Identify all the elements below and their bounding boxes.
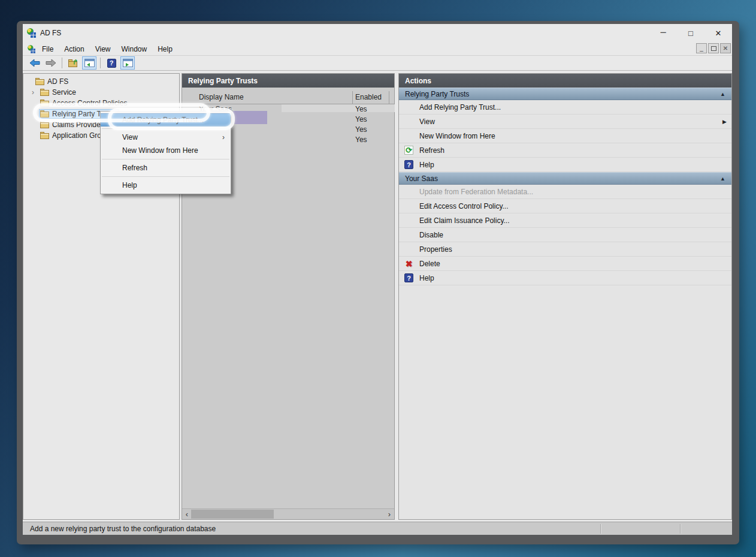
forward-arrow-icon [46, 59, 56, 67]
folder-up-icon: ↱ [68, 59, 78, 67]
column-separator[interactable] [389, 91, 389, 104]
folder-icon [40, 110, 49, 118]
action-delete[interactable]: ✖ Delete [399, 257, 731, 271]
menu-separator [102, 128, 229, 129]
mdi-minimize-button[interactable]: _ [696, 43, 707, 53]
status-bar: Add a new relying party trust to the con… [23, 522, 732, 535]
mdi-close-button[interactable]: ✕ [720, 43, 731, 53]
action-edit-access-control-policy[interactable]: Edit Access Control Policy... [399, 199, 731, 213]
menu-view[interactable]: View [90, 44, 116, 55]
folder-icon [40, 132, 49, 139]
context-menu-view[interactable]: View › [101, 131, 231, 144]
folder-icon [35, 78, 44, 85]
submenu-arrow-icon: ▶ [722, 119, 727, 125]
tree-item-access-control-policies[interactable]: Access Control Policies [23, 98, 179, 109]
menu-help[interactable]: Help [152, 44, 178, 55]
menu-item-label: View [122, 133, 138, 141]
menu-file[interactable]: File [37, 44, 59, 55]
back-button[interactable] [28, 56, 42, 70]
titlebar[interactable]: AD FS ─ □ ✕ [23, 24, 732, 42]
context-menu-new-window-from-here[interactable]: New Window from Here [101, 144, 231, 157]
expand-chevron-icon[interactable]: › [32, 89, 39, 96]
results-pane-title: Relying Party Trusts [182, 74, 394, 88]
action-label: Properties [419, 245, 452, 254]
adfs-window: AD FS ─ □ ✕ File Action View Window Help… [17, 21, 739, 544]
window-client: AD FS ─ □ ✕ File Action View Window Help… [23, 24, 732, 535]
show-console-tree-button[interactable] [82, 56, 96, 70]
actions-pane: Actions Relying Party Trusts ▲ Add Relyi… [398, 73, 732, 520]
action-properties[interactable]: Properties [399, 242, 731, 257]
tree-item-adfs-root[interactable]: AD FS [23, 76, 179, 87]
action-refresh[interactable]: ⟳ Refresh [399, 143, 731, 158]
horizontal-scrollbar[interactable]: ‹ › [182, 508, 394, 519]
close-icon: ✕ [715, 29, 722, 38]
action-pane-icon [123, 59, 133, 67]
action-label: Add Relying Party Trust... [419, 103, 501, 112]
status-divider [600, 524, 601, 534]
toolbar: ↱ ? [23, 56, 732, 71]
tree-item-label: Service [52, 88, 76, 97]
row-enabled: Yes [355, 105, 367, 113]
action-label: Help [419, 274, 434, 282]
context-menu-add-relying-party-trust[interactable]: Add Relying Party Trust... [101, 113, 231, 127]
back-arrow-icon [29, 59, 40, 67]
action-label: New Window from Here [419, 132, 495, 140]
menu-item-label: Add Relying Party Trust... [122, 116, 204, 124]
context-menu-refresh[interactable]: Refresh [101, 161, 231, 174]
up-one-level-button[interactable]: ↱ [66, 56, 80, 70]
scroll-left-arrow-icon[interactable]: ‹ [182, 509, 192, 519]
toolbar-separator [100, 58, 101, 68]
minimize-icon: ─ [660, 28, 666, 37]
maximize-button[interactable]: □ [677, 24, 704, 42]
column-display-name[interactable]: Display Name [199, 93, 244, 101]
delete-icon: ✖ [406, 259, 413, 269]
mdi-restore-button[interactable] [708, 43, 719, 53]
status-divider [680, 524, 681, 534]
collapse-arrow-icon[interactable]: ▲ [720, 91, 725, 97]
action-label: Refresh [419, 146, 444, 155]
scroll-right-arrow-icon[interactable]: › [385, 509, 394, 519]
maximize-icon: □ [688, 29, 693, 38]
minimize-button[interactable]: ─ [649, 24, 677, 42]
tree-item-service[interactable]: › Service [23, 87, 179, 98]
action-view[interactable]: View ▶ [399, 115, 731, 129]
list-column-header: Display Name Enabled [182, 91, 394, 104]
menu-window[interactable]: Window [116, 44, 153, 55]
menu-item-label: Help [122, 181, 137, 189]
column-separator[interactable] [352, 91, 353, 104]
help-button[interactable]: ? [104, 56, 119, 70]
status-text: Add a new relying party trust to the con… [30, 525, 216, 533]
help-icon: ? [404, 273, 413, 282]
show-action-pane-button[interactable] [120, 56, 135, 70]
section-title: Your Saas [405, 174, 438, 183]
row-enabled: Yes [355, 136, 367, 144]
folder-icon [40, 121, 49, 128]
context-menu: Add Relying Party Trust... View › New Wi… [100, 111, 231, 194]
mdi-child-icon [28, 45, 36, 53]
action-label: Help [419, 161, 434, 169]
menu-separator [102, 176, 229, 177]
actions-section-your-saas[interactable]: Your Saas ▲ [399, 172, 731, 185]
column-enabled[interactable]: Enabled [355, 93, 382, 101]
action-disable[interactable]: Disable [399, 228, 731, 242]
collapse-arrow-icon[interactable]: ▲ [720, 176, 725, 182]
actions-section-relying-party-trusts[interactable]: Relying Party Trusts ▲ [399, 88, 731, 100]
action-new-window-from-here[interactable]: New Window from Here [399, 129, 731, 143]
context-menu-help[interactable]: Help [101, 179, 231, 192]
close-button[interactable]: ✕ [704, 24, 732, 42]
actions-pane-title: Actions [399, 74, 731, 88]
action-add-relying-party-trust[interactable]: Add Relying Party Trust... [399, 100, 731, 115]
mdi-restore-icon [711, 46, 716, 51]
action-label: Edit Claim Issuance Policy... [419, 216, 510, 225]
menu-action[interactable]: Action [59, 44, 89, 55]
menubar: File Action View Window Help _ ✕ [23, 42, 732, 56]
forward-button[interactable] [44, 56, 58, 70]
action-edit-claim-issuance-policy[interactable]: Edit Claim Issuance Policy... [399, 213, 731, 228]
tree-item-label: AD FS [47, 77, 68, 86]
adfs-app-icon [27, 28, 37, 38]
scrollbar-thumb[interactable] [191, 510, 274, 519]
action-label: Update from Federation Metadata... [419, 188, 533, 196]
folder-icon [40, 100, 49, 107]
action-help[interactable]: ? Help [399, 158, 731, 172]
action-help[interactable]: ? Help [399, 271, 731, 285]
